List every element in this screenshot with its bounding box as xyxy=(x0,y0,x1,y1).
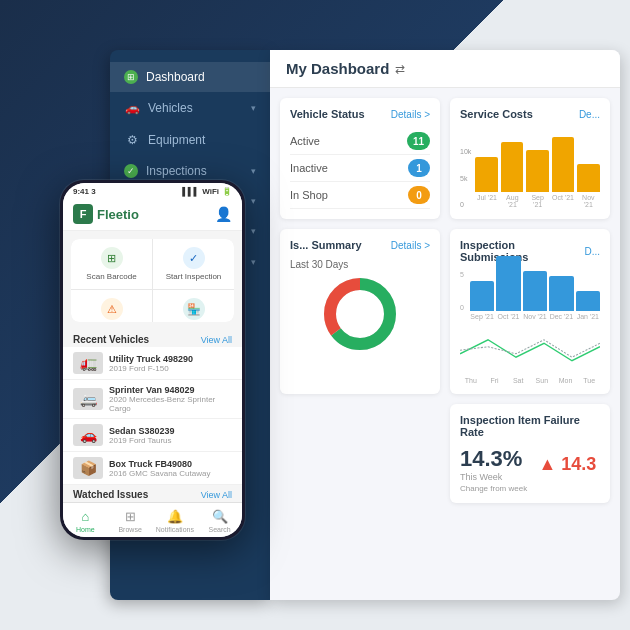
summary-subtitle: Last 30 Days xyxy=(290,259,430,270)
sidebar-item-equipment[interactable]: ⚙ Equipment xyxy=(110,124,270,156)
sidebar-item-label: Dashboard xyxy=(146,70,205,84)
chevron-icon: ▾ xyxy=(251,226,256,236)
status-label-active: Active xyxy=(290,135,320,147)
service-costs-card: Service Costs De... 10k 5k 0 xyxy=(450,98,610,219)
service-costs-link[interactable]: De... xyxy=(579,109,600,120)
line-chart-section: Thu Fri Sat Sun Mon Tue xyxy=(460,326,600,384)
phone-screen: 9:41 3 ▌▌▌ WiFi 🔋 F Fleetio 👤 ⊞ Scan Bar… xyxy=(63,183,242,537)
battery-icon: 🔋 xyxy=(222,187,232,196)
vehicle-thumb-3: 🚗 xyxy=(73,424,103,446)
action-label-inspection: Start Inspection xyxy=(166,272,222,281)
phone-actions-grid: ⊞ Scan Barcode ✓ Start Inspection ⚠ Crea… xyxy=(71,239,234,322)
phone-user-icon[interactable]: 👤 xyxy=(215,206,232,222)
inspection-submissions-header: Inspection Submissions D... xyxy=(460,239,600,263)
equipment-icon: ⚙ xyxy=(124,132,140,148)
vehicle-item-1[interactable]: 🚛 Utility Truck 498290 2019 Ford F-150 xyxy=(63,347,242,380)
phone-status-bar: 9:41 3 ▌▌▌ WiFi 🔋 xyxy=(63,183,242,198)
sidebar-item-vehicles[interactable]: 🚗 Vehicles ▾ xyxy=(110,92,270,124)
line-x-labels: Thu Fri Sat Sun Mon Tue xyxy=(460,377,600,384)
insp-y-axis: 5 0 xyxy=(460,271,464,311)
start-inspection-icon: ✓ xyxy=(183,247,205,269)
x-labels: Jul '21 Aug '21 Sep '21 Oct '21 Nov '21 xyxy=(475,194,600,208)
nav-home[interactable]: ⌂ Home xyxy=(63,509,108,533)
vehicle-thumb-1: 🚛 xyxy=(73,352,103,374)
nav-label-notifications: Notifications xyxy=(156,526,194,533)
watched-issues-header: Watched Issues View All xyxy=(63,485,242,502)
chevron-icon: ▾ xyxy=(251,196,256,206)
inspection-submissions-title: Inspection Submissions xyxy=(460,239,584,263)
vehicle-thumb-2: 🚐 xyxy=(73,388,103,410)
inspections-icon: ✓ xyxy=(124,164,138,178)
insp-bar-chart xyxy=(470,271,600,311)
sidebar-item-label: Vehicles xyxy=(148,101,193,115)
action-scan-barcode[interactable]: ⊞ Scan Barcode xyxy=(71,239,152,289)
nav-label-search: Search xyxy=(209,526,231,533)
recent-vehicles-title: Recent Vehicles xyxy=(73,334,149,345)
this-week-value: 14.3% xyxy=(460,446,522,472)
create-issue-icon: ⚠ xyxy=(101,298,123,320)
vehicle-status-header: Vehicle Status Details > xyxy=(290,108,430,120)
nav-notifications[interactable]: 🔔 Notifications xyxy=(153,509,198,533)
browse-nav-icon: ⊞ xyxy=(125,509,136,524)
vehicles-icon: 🚗 xyxy=(124,100,140,116)
service-costs-header: Service Costs De... xyxy=(460,108,600,120)
failure-title: Inspection Item Failure Rate xyxy=(460,414,600,438)
bar-jul xyxy=(475,157,498,192)
sidebar-item-dashboard[interactable]: ⊞ Dashboard xyxy=(110,62,270,92)
bar-nov xyxy=(577,164,600,192)
dashboard-content: Vehicle Status Details > Active 11 Inact… xyxy=(270,88,620,513)
recent-vehicles-header: Recent Vehicles View All xyxy=(63,330,242,347)
vehicle-status-card: Vehicle Status Details > Active 11 Inact… xyxy=(280,98,440,219)
watched-issues-title: Watched Issues xyxy=(73,489,148,500)
service-costs-title: Service Costs xyxy=(460,108,533,120)
vehicle-item-3[interactable]: 🚗 Sedan S380239 2019 Ford Taurus xyxy=(63,419,242,452)
action-label-scan: Scan Barcode xyxy=(86,272,136,281)
nav-browse[interactable]: ⊞ Browse xyxy=(108,509,153,533)
vehicle-info-2: Sprinter Van 948029 2020 Mercedes-Benz S… xyxy=(109,385,232,413)
donut-svg xyxy=(320,274,400,354)
issues-summary-link[interactable]: Details > xyxy=(391,240,430,251)
search-nav-icon: 🔍 xyxy=(212,509,228,524)
sort-icon: ⇄ xyxy=(395,62,405,76)
wifi-icon: WiFi xyxy=(202,187,219,196)
bar-oct xyxy=(552,137,575,192)
status-row-active: Active 11 xyxy=(290,128,430,155)
y-axis: 10k 5k 0 xyxy=(460,148,471,208)
vehicle-status-title: Vehicle Status xyxy=(290,108,365,120)
line-chart-svg xyxy=(460,326,600,371)
issues-summary-header: Is... Summary Details > xyxy=(290,239,430,251)
vehicle-status-link[interactable]: Details > xyxy=(391,109,430,120)
action-create-issue[interactable]: ⚠ Create Issue xyxy=(71,290,152,322)
vehicle-item-2[interactable]: 🚐 Sprinter Van 948029 2020 Mercedes-Benz… xyxy=(63,380,242,419)
status-badge-active: 11 xyxy=(407,132,430,150)
phone-time: 9:41 3 xyxy=(73,187,96,196)
nav-label-home: Home xyxy=(76,526,95,533)
this-week-block: 14.3% This Week xyxy=(460,446,522,482)
dashboard-header: My Dashboard ⇄ xyxy=(270,50,620,88)
chevron-icon: ▾ xyxy=(251,166,256,176)
vehicle-item-4[interactable]: 📦 Box Truck FB49080 2016 GMC Savana Cuta… xyxy=(63,452,242,485)
action-shop-instructions[interactable]: 🏪 Shop Instructions xyxy=(153,290,234,322)
this-week-label: This Week xyxy=(460,472,522,482)
inspection-submissions-link[interactable]: D... xyxy=(584,246,600,257)
view-all-link[interactable]: View All xyxy=(201,335,232,345)
shop-instructions-icon: 🏪 xyxy=(183,298,205,320)
action-start-inspection[interactable]: ✓ Start Inspection xyxy=(153,239,234,289)
vehicle-info-3: Sedan S380239 2019 Ford Taurus xyxy=(109,426,175,445)
insp-x-labels: Sep '21 Oct '21 Nov '21 Dec '21 Jan '21 xyxy=(470,313,600,320)
status-badge-inactive: 1 xyxy=(408,159,430,177)
sidebar-item-label: Equipment xyxy=(148,133,205,147)
watched-view-all[interactable]: View All xyxy=(201,490,232,500)
insp-chart-wrapper: 5 0 Sep '21 Oct '21 xyxy=(460,271,600,320)
nav-search[interactable]: 🔍 Search xyxy=(197,509,242,533)
nav-label-browse: Browse xyxy=(118,526,141,533)
vehicle-info-4: Box Truck FB49080 2016 GMC Savana Cutawa… xyxy=(109,459,210,478)
chevron-icon: ▾ xyxy=(251,103,256,113)
inspection-submissions-card: Inspection Submissions D... 5 0 xyxy=(450,229,610,394)
chevron-icon: ▾ xyxy=(251,257,256,267)
vehicle-info-1: Utility Truck 498290 2019 Ford F-150 xyxy=(109,354,193,373)
sidebar-item-label: Inspections xyxy=(146,164,207,178)
dashboard-icon: ⊞ xyxy=(124,70,138,84)
status-label-inshop: In Shop xyxy=(290,189,328,201)
rate-change-block: ▲ 14.3 xyxy=(538,446,596,482)
